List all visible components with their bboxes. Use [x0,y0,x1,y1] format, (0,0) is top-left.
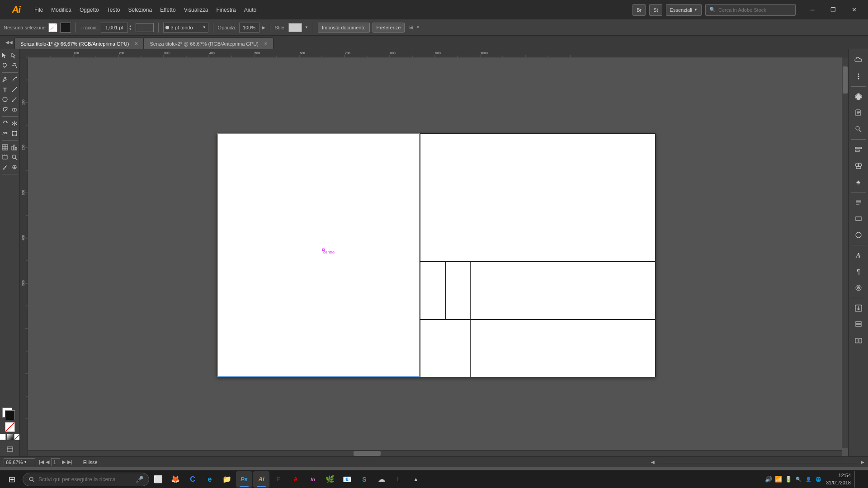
bridge-button[interactable]: Br [632,4,646,16]
tab-document-2[interactable]: Senza titolo-2* @ 66,67% (RGB/Anteprima … [144,38,273,49]
pages-button[interactable] [851,106,866,120]
rect-grid-1[interactable] [420,262,445,319]
opacity-value[interactable]: 100% [239,23,259,33]
tool-line[interactable] [10,85,19,94]
find-replace-button[interactable] [851,122,866,136]
tray-flag[interactable]: 🌐 [814,475,822,483]
nav-next[interactable]: ▶ [62,459,66,465]
color-mode-icon[interactable] [0,434,6,440]
menu-oggetto[interactable]: Oggetto [76,5,103,15]
taskbar-maps[interactable]: 🌿 [322,471,338,488]
tab-document-1[interactable]: Senza titolo-1* @ 66,67% (RGB/Anteprima … [14,38,144,49]
close-button[interactable]: ✕ [844,0,864,19]
rect-grid-4[interactable] [420,319,470,377]
tab-close-1[interactable]: ✕ [134,41,138,46]
zoom-control[interactable]: 66,67% ▼ [4,458,35,466]
canvas-area[interactable]: 100 200 300 400 500 600 700 800 [20,49,848,456]
tool-type[interactable]: T [0,85,9,94]
taskbar-task-view[interactable]: ⬜ [150,471,166,488]
menu-seleziona[interactable]: Seleziona [124,5,156,15]
menu-aiuto[interactable]: Aiuto [241,5,260,15]
rect-grid-5[interactable] [470,319,656,377]
brush-dropdown[interactable]: 3 pt tondo ▼ [163,23,208,33]
tool-reflect[interactable] [10,119,19,128]
menu-effetto[interactable]: Effetto [156,5,179,15]
rectangle-button[interactable] [851,211,866,226]
type-styles-button[interactable]: A [851,248,866,263]
rect-grid-2[interactable] [445,262,470,319]
tool-free-transform[interactable] [10,129,19,138]
tool-brush[interactable] [10,95,19,104]
tool-ellipse[interactable] [0,95,9,104]
layers-button[interactable] [851,317,866,332]
taskbar-clock[interactable]: 12:54 31/01/2018 [826,472,851,486]
tool-pen[interactable] [0,75,9,84]
menu-visualizza[interactable]: Visualizza [180,5,212,15]
status-expand-left[interactable]: ◀ [651,460,655,465]
taskbar-indesign[interactable]: In [305,471,321,488]
tray-network[interactable]: 📶 [774,475,783,483]
workspace-button[interactable]: Essenziali ▼ [666,4,702,16]
taskbar-search-input[interactable] [38,476,132,483]
doc-setup-button[interactable]: Imposta documento [318,23,370,33]
canvas-scroll-horizontal[interactable] [28,450,842,456]
taskbar-chrome[interactable]: C [184,471,201,488]
tray-battery[interactable]: 🔋 [784,475,793,483]
tray-search[interactable]: 🔍 [794,475,802,483]
clubs-icon[interactable]: ♣ [851,175,866,189]
tool-eyedropper[interactable] [0,163,9,172]
show-desktop-button[interactable] [854,471,863,488]
stock-button[interactable]: St [649,4,662,16]
tool-artboard[interactable] [0,153,9,162]
tray-user[interactable]: 👤 [804,475,812,483]
taskbar-lync[interactable]: L [391,471,407,488]
tool-direct-selection[interactable] [10,51,19,60]
tool-bar-chart[interactable] [10,143,19,152]
none-swatch[interactable] [5,422,15,432]
menu-modifica[interactable]: Modifica [47,5,75,15]
restore-button[interactable]: ❐ [823,0,844,19]
zoom-dropdown[interactable]: 66,67% ▼ [4,458,35,466]
paragraph-button[interactable]: ¶ [851,264,866,279]
taskbar-skype[interactable]: S [356,471,373,488]
rect-right-top[interactable] [420,133,656,262]
taskbar-mail[interactable]: 📧 [339,471,355,488]
taskbar-search-box[interactable]: 🎤 [23,473,149,486]
artboards-panel-button[interactable] [851,333,866,348]
tool-warp[interactable] [0,129,9,138]
taskbar-illustrator[interactable]: Ai [253,471,269,488]
taskbar-acrobat[interactable]: A [288,471,304,488]
gradient-icon[interactable] [7,434,13,440]
opacity-arrow-right[interactable]: ▶ [262,25,265,30]
menu-finestra[interactable]: Finestra [212,5,239,15]
taskbar-systray-overflow[interactable]: ▲ [408,471,424,488]
color-button[interactable] [851,89,866,104]
stroke-up-arrow[interactable]: ▲ [128,24,133,28]
nav-last[interactable]: ▶| [67,459,72,465]
stock-search-input[interactable] [718,7,792,13]
stroke-swatch[interactable] [5,410,15,420]
stroke-value[interactable]: 1,001 pt [101,23,128,33]
taskbar-ie[interactable]: e [202,471,218,488]
scroll-thumb-v[interactable] [843,66,848,94]
rect-left-selected[interactable] [217,133,420,377]
properties-button[interactable] [851,69,866,84]
paragraph-styles-button[interactable] [851,195,866,210]
taskbar-explorer[interactable]: 📁 [219,471,235,488]
cloud-libraries-button[interactable] [851,53,866,67]
microphone-icon[interactable]: 🎤 [136,476,143,483]
canvas-scroll-vertical[interactable] [842,57,848,448]
arrange-icon[interactable]: ⊞ [409,24,413,30]
tool-blob-brush[interactable] [0,105,9,114]
arrange-dropdown-arrow[interactable]: ▼ [416,25,420,29]
tab-close-2[interactable]: ✕ [264,41,268,46]
nav-prev[interactable]: ◀ [46,459,49,465]
tool-pencil[interactable] [10,75,19,84]
preferences-button[interactable]: Preferenze [373,23,405,33]
tool-grid[interactable] [0,143,9,152]
rect-grid-3[interactable] [470,262,656,319]
start-button[interactable]: ⊞ [2,471,22,488]
hand-button[interactable] [851,159,866,173]
page-number[interactable]: 1 [51,458,60,466]
circle-button[interactable] [851,228,866,242]
